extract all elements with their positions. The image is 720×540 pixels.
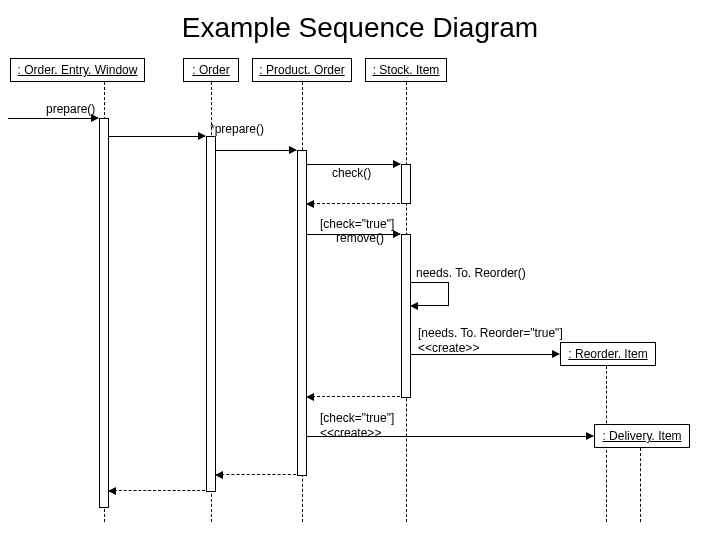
return-order: [109, 490, 205, 491]
participant-delivery-item: : Delivery. Item: [594, 424, 690, 448]
participant-reorder-item: : Reorder. Item: [560, 342, 656, 366]
arrow-star-prepare: [109, 136, 205, 137]
message-create-reorder: <<create>>: [418, 341, 479, 355]
message-check: check(): [332, 166, 371, 180]
participant-order: : Order: [183, 58, 239, 82]
activation-oew: [99, 118, 109, 508]
activation-order: [206, 136, 216, 492]
arrow-order-to-product: [216, 150, 296, 151]
return-check: [307, 203, 400, 204]
sequence-diagram-canvas: : Order. Entry. Window : Order : Product…: [0, 58, 720, 528]
guard-check-true: [check="true"]: [320, 217, 394, 231]
activation-stock-item-2: [401, 234, 411, 398]
message-create-delivery: <<create>>: [320, 426, 381, 440]
activation-stock-item: [401, 164, 411, 204]
diagram-title: Example Sequence Diagram: [0, 0, 720, 58]
self-needs-reorder: [411, 282, 449, 306]
message-remove: remove(): [336, 231, 384, 245]
guard-needs-reorder: [needs. To. Reorder="true"]: [418, 326, 563, 340]
activation-product-order: [297, 150, 307, 476]
message-needs-reorder: needs. To. Reorder(): [416, 266, 526, 280]
arrow-check: [307, 164, 400, 165]
return-product-order: [216, 474, 296, 475]
arrow-prepare: [8, 118, 98, 119]
message-prepare: prepare(): [46, 102, 95, 116]
guard-check-true-2: [check="true"]: [320, 411, 394, 425]
participant-product-order: : Product. Order: [252, 58, 352, 82]
lifeline-delivery-item: [640, 448, 641, 522]
message-star-prepare: *prepare(): [210, 122, 264, 136]
return-stockitem: [307, 396, 400, 397]
participant-order-entry-window: : Order. Entry. Window: [10, 58, 145, 82]
participant-stock-item: : Stock. Item: [365, 58, 447, 82]
